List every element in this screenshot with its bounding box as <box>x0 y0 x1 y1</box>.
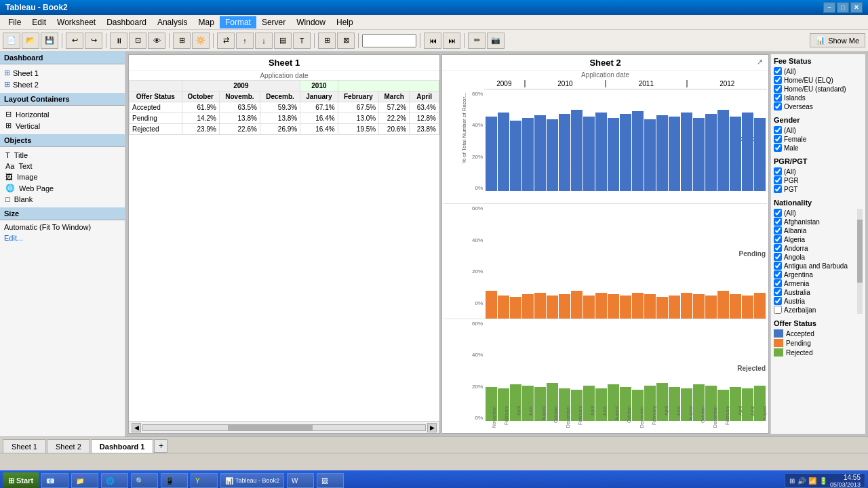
toolbar-label[interactable]: T <box>293 33 311 49</box>
col-december: Decemb. <box>260 92 300 102</box>
scroll-track[interactable] <box>142 424 426 431</box>
nat-andorra-checkbox[interactable] <box>774 244 782 252</box>
toolbar-back[interactable]: ⏮ <box>424 33 441 49</box>
nat-antigua-checkbox[interactable] <box>774 262 782 270</box>
taskbar-app-misc[interactable]: 🖼 <box>317 473 344 488</box>
fee-all-checkbox[interactable] <box>774 67 782 75</box>
nat-all-checkbox[interactable] <box>774 209 782 217</box>
toolbar-redo[interactable]: ↪ <box>85 33 102 49</box>
object-image[interactable]: 🖼 Image <box>0 171 125 182</box>
toolbar-new[interactable]: 📄 <box>3 33 20 49</box>
toolbar-forward[interactable]: ⏭ <box>443 33 460 49</box>
toolbar-view[interactable]: 👁 <box>148 33 165 49</box>
pgr-pgt-all-checkbox[interactable] <box>774 167 782 176</box>
nat-austria-checkbox[interactable] <box>774 297 782 305</box>
pgr-pgt-all: (All) <box>774 167 863 176</box>
nat-albania-checkbox[interactable] <box>774 226 782 235</box>
tab-add-button[interactable]: + <box>154 439 167 453</box>
fee-home-standard-checkbox[interactable] <box>774 85 782 93</box>
toolbar-filter[interactable]: ⊞ <box>173 33 191 49</box>
nat-algeria: Algeria <box>774 235 863 243</box>
menu-edit[interactable]: Edit <box>26 16 52 28</box>
sidebar-item-sheet1[interactable]: ⊞ Sheet 1 <box>0 67 125 79</box>
menu-format[interactable]: Format <box>220 16 256 28</box>
object-webpage[interactable]: 🌐 Web Page <box>0 182 125 194</box>
toolbar-sort-desc[interactable]: ↓ <box>255 33 273 49</box>
menu-help[interactable]: Help <box>331 16 359 28</box>
scroll-right[interactable]: ▶ <box>427 423 437 432</box>
tab-dashboard1[interactable]: Dashboard 1 <box>91 439 154 453</box>
image-icon: 🖼 <box>5 173 13 181</box>
tab-sheet1[interactable]: Sheet 1 <box>3 439 46 453</box>
toolbar-group[interactable]: ▤ <box>274 33 292 49</box>
toolbar-pencil[interactable]: ✏ <box>468 33 486 49</box>
taskbar-start-button[interactable]: ⊞ Start <box>3 472 39 488</box>
search-input[interactable] <box>362 34 416 47</box>
toolbar-swap[interactable]: ⇄ <box>217 33 235 49</box>
tab-sheet2[interactable]: Sheet 2 <box>47 439 90 453</box>
bar-15 <box>669 296 680 319</box>
scroll-left[interactable]: ◀ <box>132 423 141 432</box>
menu-dashboard[interactable]: Dashboard <box>101 16 152 28</box>
fee-overseas-checkbox[interactable] <box>774 102 782 110</box>
object-text[interactable]: Aa Text <box>0 161 125 171</box>
toolbar-camera[interactable]: 📷 <box>487 33 505 49</box>
toolbar-pause[interactable]: ⏸ <box>110 33 127 49</box>
bar-10 <box>608 118 619 191</box>
minimize-button[interactable]: − <box>823 2 835 13</box>
maximize-button[interactable]: □ <box>837 2 849 13</box>
fee-home-elq-checkbox[interactable] <box>774 76 782 84</box>
horizontal-container[interactable]: ⊟ Horizontal <box>0 108 125 120</box>
taskbar-app-yellow[interactable]: Y <box>191 473 218 488</box>
nat-armenia-checkbox[interactable] <box>774 279 782 287</box>
taskbar-app-explorer[interactable]: 📁 <box>71 473 98 488</box>
scroll-thumb[interactable] <box>228 425 313 430</box>
toolbar-save[interactable]: 💾 <box>41 33 58 49</box>
toolbar-undo[interactable]: ↩ <box>66 33 83 49</box>
taskbar-app-word[interactable]: W <box>287 473 314 488</box>
pgt-checkbox[interactable] <box>774 185 782 193</box>
show-me-button[interactable]: 📊 Show Me <box>810 33 865 47</box>
nat-azerbaijan-checkbox[interactable] <box>774 306 782 314</box>
pending-mar: 22.2% <box>379 113 410 124</box>
menu-map[interactable]: Map <box>193 16 220 28</box>
toolbar-map1[interactable]: ⊞ <box>318 33 336 49</box>
toolbar-sort-asc[interactable]: ↑ <box>236 33 254 49</box>
nationality-scroll-thumb[interactable] <box>857 220 863 283</box>
toolbar-map2[interactable]: ⊠ <box>337 33 355 49</box>
taskbar-app-chrome[interactable]: 🌐 <box>101 473 128 488</box>
gender-female-checkbox[interactable] <box>774 135 782 143</box>
nat-algeria-checkbox[interactable] <box>774 235 782 243</box>
taskbar-app-search[interactable]: 🔍 <box>131 473 158 488</box>
taskbar-app-tableau[interactable]: 📊 Tableau - Book2 <box>220 473 284 488</box>
pgr-checkbox[interactable] <box>774 176 782 184</box>
toolbar-fit[interactable]: ⊡ <box>129 33 146 49</box>
gender-male-checkbox[interactable] <box>774 144 782 152</box>
menu-analysis[interactable]: Analysis <box>152 16 193 28</box>
taskbar-app-outlook[interactable]: 📧 <box>41 473 68 488</box>
month-label-7: February <box>570 406 583 425</box>
menu-window[interactable]: Window <box>291 16 331 28</box>
nat-afghanistan-checkbox[interactable] <box>774 218 782 226</box>
toolbar-open[interactable]: 📂 <box>22 33 39 49</box>
title-icon: T <box>5 151 10 159</box>
nat-australia-checkbox[interactable] <box>774 288 782 296</box>
nationality-scrollbar[interactable] <box>857 209 863 314</box>
gender-all-checkbox[interactable] <box>774 126 782 134</box>
fee-islands-checkbox[interactable] <box>774 94 782 102</box>
menu-server[interactable]: Server <box>256 16 291 28</box>
object-blank[interactable]: □ Blank <box>0 194 125 205</box>
horizontal-scrollbar[interactable]: ◀ ▶ <box>129 421 439 433</box>
taskbar-app-phone[interactable]: 📱 <box>161 473 188 488</box>
nat-argentina-checkbox[interactable] <box>774 270 782 279</box>
menu-worksheet[interactable]: Worksheet <box>52 16 101 28</box>
external-link-icon[interactable]: ↗ <box>757 58 763 66</box>
close-button[interactable]: ✕ <box>850 2 863 13</box>
sidebar-item-sheet2[interactable]: ⊞ Sheet 2 <box>0 79 125 90</box>
vertical-container[interactable]: ⊞ Vertical <box>0 120 125 131</box>
toolbar-highlight[interactable]: 🔆 <box>192 33 210 49</box>
nat-angola-checkbox[interactable] <box>774 253 782 261</box>
edit-link[interactable]: Edit... <box>4 234 23 242</box>
object-title[interactable]: T Title <box>0 150 125 161</box>
menu-file[interactable]: File <box>3 16 26 28</box>
